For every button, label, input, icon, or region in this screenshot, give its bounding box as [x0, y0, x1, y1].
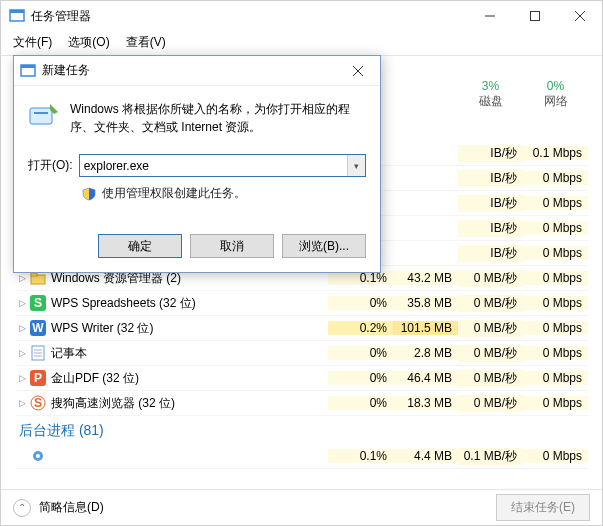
expand-icon[interactable]: ▷	[15, 273, 29, 283]
disk-cell: IB/秒	[458, 245, 523, 262]
cancel-button[interactable]: 取消	[190, 234, 274, 258]
cpu-cell: 0.1%	[328, 449, 393, 463]
dialog-titlebar: 新建任务	[14, 56, 380, 86]
net-label: 网络	[523, 93, 588, 110]
cpu-cell: 0%	[328, 346, 393, 360]
svg-rect-3	[530, 12, 539, 21]
svg-rect-27	[34, 112, 48, 114]
table-row[interactable]: ▷SWPS Spreadsheets (32 位)0%35.8 MB0 MB/秒…	[15, 291, 588, 316]
table-row[interactable]: ▷WWPS Writer (32 位)0.2%101.5 MB0 MB/秒0 M…	[15, 316, 588, 341]
section-background: 后台进程 (81)	[15, 416, 588, 444]
expand-icon[interactable]: ▷	[15, 398, 29, 408]
table-row[interactable]: 0.1%4.4 MB0.1 MB/秒0 Mbps	[15, 444, 588, 469]
net-pct: 0%	[523, 79, 588, 93]
app-icon: S	[29, 395, 47, 411]
net-cell: 0 Mbps	[523, 449, 588, 463]
net-cell: 0 Mbps	[523, 246, 588, 260]
close-button[interactable]	[557, 1, 602, 31]
column-headers: 3% 磁盘 0% 网络	[458, 79, 588, 110]
table-row[interactable]: ▷P金山PDF (32 位)0%46.4 MB0 MB/秒0 Mbps	[15, 366, 588, 391]
mem-cell: 46.4 MB	[393, 371, 458, 385]
table-row[interactable]: ▷记事本0%2.8 MB0 MB/秒0 Mbps	[15, 341, 588, 366]
maximize-button[interactable]	[512, 1, 557, 31]
disk-cell: IB/秒	[458, 195, 523, 212]
svg-rect-7	[31, 273, 37, 276]
net-cell: 0 Mbps	[523, 221, 588, 235]
run-icon	[28, 100, 60, 132]
svg-text:S: S	[34, 396, 42, 410]
table-row[interactable]: ▷S搜狗高速浏览器 (32 位)0%18.3 MB0 MB/秒0 Mbps	[15, 391, 588, 416]
disk-cell: 0 MB/秒	[458, 370, 523, 387]
fewer-details-icon[interactable]: ⌃	[13, 499, 31, 517]
run-dialog: 新建任务 Windows 将根据你所键入的名称，为你打开相应的程序、文件夹、文档…	[13, 55, 381, 273]
cpu-cell: 0.2%	[328, 321, 393, 335]
footer: ⌃ 简略信息(D) 结束任务(E)	[1, 489, 602, 525]
cpu-cell: 0%	[328, 296, 393, 310]
disk-cell: 0 MB/秒	[458, 395, 523, 412]
dialog-title: 新建任务	[42, 62, 90, 79]
svg-text:S: S	[34, 296, 42, 310]
app-icon: S	[29, 295, 47, 311]
mem-cell: 2.8 MB	[393, 346, 458, 360]
open-combobox[interactable]: ▾	[79, 154, 366, 177]
process-name: WPS Spreadsheets (32 位)	[51, 295, 328, 312]
svg-point-21	[36, 454, 40, 458]
end-task-button[interactable]: 结束任务(E)	[496, 494, 590, 521]
net-cell: 0 Mbps	[523, 321, 588, 335]
minimize-button[interactable]	[467, 1, 512, 31]
process-name: 搜狗高速浏览器 (32 位)	[51, 395, 328, 412]
simple-info-label[interactable]: 简略信息(D)	[39, 499, 104, 516]
process-name: WPS Writer (32 位)	[51, 320, 328, 337]
window-title: 任务管理器	[31, 8, 467, 25]
expand-icon[interactable]: ▷	[15, 348, 29, 358]
disk-cell: 0.1 MB/秒	[458, 448, 523, 465]
process-name: 金山PDF (32 位)	[51, 370, 328, 387]
cpu-cell: 0.1%	[328, 271, 393, 285]
app-icon: P	[29, 370, 47, 386]
admin-text: 使用管理权限创建此任务。	[102, 185, 246, 202]
open-label: 打开(O):	[28, 157, 73, 174]
menu-file[interactable]: 文件(F)	[7, 32, 58, 53]
app-icon	[9, 8, 25, 24]
open-input[interactable]	[79, 154, 366, 177]
net-cell: 0 Mbps	[523, 196, 588, 210]
titlebar: 任务管理器	[1, 1, 602, 31]
dialog-close-button[interactable]	[342, 57, 374, 85]
disk-cell: IB/秒	[458, 145, 523, 162]
svg-text:P: P	[34, 371, 42, 385]
mem-cell: 4.4 MB	[393, 449, 458, 463]
dialog-icon	[20, 63, 36, 79]
mem-cell: 43.2 MB	[393, 271, 458, 285]
mem-cell: 35.8 MB	[393, 296, 458, 310]
menu-options[interactable]: 选项(O)	[62, 32, 115, 53]
app-icon: W	[29, 320, 47, 336]
disk-pct: 3%	[458, 79, 523, 93]
expand-icon[interactable]: ▷	[15, 323, 29, 333]
expand-icon[interactable]: ▷	[15, 298, 29, 308]
disk-cell: 0 MB/秒	[458, 295, 523, 312]
net-cell: 0 Mbps	[523, 271, 588, 285]
disk-cell: 0 MB/秒	[458, 270, 523, 287]
app-icon	[29, 448, 47, 464]
svg-rect-1	[10, 10, 24, 13]
browse-button[interactable]: 浏览(B)...	[282, 234, 366, 258]
net-cell: 0.1 Mbps	[523, 146, 588, 160]
net-cell: 0 Mbps	[523, 371, 588, 385]
ok-button[interactable]: 确定	[98, 234, 182, 258]
mem-cell: 18.3 MB	[393, 396, 458, 410]
net-cell: 0 Mbps	[523, 171, 588, 185]
app-icon	[29, 345, 47, 361]
net-cell: 0 Mbps	[523, 346, 588, 360]
shield-icon	[82, 187, 96, 201]
expand-icon[interactable]: ▷	[15, 373, 29, 383]
cpu-cell: 0%	[328, 396, 393, 410]
svg-rect-26	[30, 108, 52, 124]
mem-cell: 101.5 MB	[393, 321, 458, 335]
net-cell: 0 Mbps	[523, 396, 588, 410]
disk-cell: IB/秒	[458, 170, 523, 187]
menu-view[interactable]: 查看(V)	[120, 32, 172, 53]
chevron-down-icon[interactable]: ▾	[347, 155, 365, 176]
net-cell: 0 Mbps	[523, 296, 588, 310]
disk-cell: IB/秒	[458, 220, 523, 237]
process-name: 记事本	[51, 345, 328, 362]
